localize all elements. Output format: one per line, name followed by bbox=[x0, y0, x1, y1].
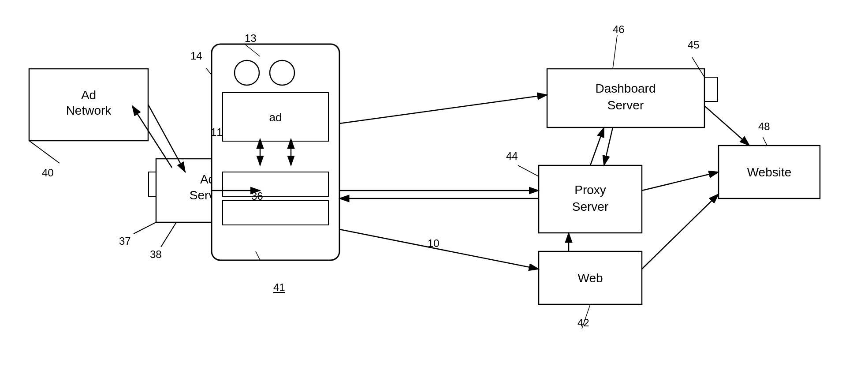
device-lower-box1 bbox=[223, 172, 328, 196]
diagram-canvas: Ad Network 40 Ad Server 37 38 ad 13 14 1… bbox=[0, 0, 868, 374]
dashboard-server-component bbox=[704, 77, 718, 101]
arrow-dashboard-to-website bbox=[704, 106, 749, 146]
label-38: 38 bbox=[150, 248, 162, 260]
label-41: 41 bbox=[273, 281, 285, 293]
arrow-proxy-to-website bbox=[642, 172, 719, 191]
label-13: 13 bbox=[245, 32, 257, 44]
proxy-server-label2: Server bbox=[572, 200, 608, 213]
label-14: 14 bbox=[190, 50, 202, 62]
proxy-server-label: Proxy bbox=[574, 183, 606, 197]
label-46: 46 bbox=[613, 23, 625, 35]
label-40: 40 bbox=[42, 167, 54, 179]
callout-14-line bbox=[206, 68, 212, 75]
dashboard-server-label: Dashboard bbox=[596, 82, 656, 95]
callout-46-line bbox=[613, 35, 617, 69]
label-42: 42 bbox=[577, 317, 589, 329]
callout-48-line bbox=[763, 137, 767, 146]
proxy-server-box bbox=[539, 165, 642, 233]
label-11: 11 bbox=[211, 126, 223, 138]
label-48: 48 bbox=[758, 120, 770, 132]
callout-40 bbox=[29, 141, 60, 163]
callout-44-line bbox=[518, 165, 539, 176]
arrow-web-to-website bbox=[642, 194, 719, 269]
arrow-dashboard-to-proxy bbox=[604, 127, 613, 165]
web-label: Web bbox=[577, 271, 603, 285]
arrow-proxy-to-dashboard bbox=[590, 127, 604, 165]
label-44: 44 bbox=[506, 150, 518, 162]
website-label: Website bbox=[747, 165, 792, 179]
ad-network-label2: Network bbox=[66, 104, 112, 117]
ad-network-label: Ad bbox=[81, 88, 96, 102]
device-circle-right bbox=[270, 60, 294, 85]
label-37: 37 bbox=[119, 235, 131, 247]
arrow-device-to-dashboard bbox=[339, 95, 547, 123]
arrow-device-to-web bbox=[339, 229, 539, 269]
label-36: 36 bbox=[251, 190, 263, 202]
dashboard-server-label2: Server bbox=[607, 98, 644, 112]
device-ad-label: ad bbox=[269, 111, 282, 124]
callout-37 bbox=[134, 222, 156, 234]
label-10: 10 bbox=[428, 237, 440, 249]
label-45: 45 bbox=[688, 39, 700, 51]
callout-38 bbox=[161, 222, 176, 247]
device-lower-box2 bbox=[223, 201, 328, 225]
device-circle-left bbox=[235, 60, 259, 85]
